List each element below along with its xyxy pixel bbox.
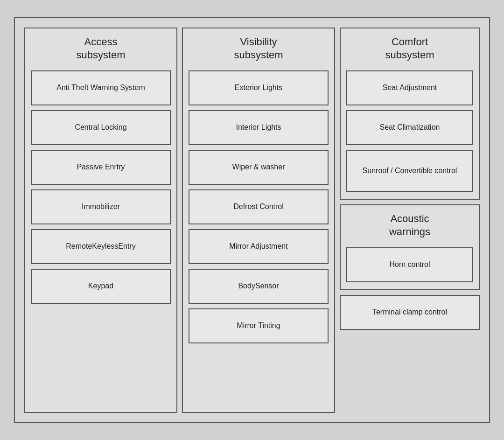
list-item: Passive Enrtry (31, 150, 171, 185)
list-item: RemoteKeylessEntry (31, 229, 171, 264)
list-item: Defrost Control (189, 189, 329, 224)
acoustic-section: Acoustic warnings Horn control (340, 204, 480, 290)
list-item: Immobilizer (31, 189, 171, 224)
list-item: BodySensor (189, 269, 329, 304)
list-item: Horn control (346, 247, 473, 282)
visibility-column: Visibility subsystem Exterior Lights Int… (182, 28, 335, 413)
comfort-section: Comfort subsystem Seat Adjustment Seat C… (340, 28, 480, 200)
sunroof-box: Sunroof / Convertible control (346, 150, 473, 192)
terminal-box: Terminal clamp control (340, 295, 480, 330)
right-column: Comfort subsystem Seat Adjustment Seat C… (340, 28, 480, 413)
comfort-title: Comfort subsystem (385, 35, 434, 62)
access-title: Access subsystem (76, 35, 125, 62)
list-item: Seat Adjustment (346, 70, 473, 105)
visibility-title: Visibility subsystem (234, 35, 283, 62)
list-item: Mirror Tinting (189, 308, 329, 343)
list-item: Anti Theft Warning System (31, 70, 171, 105)
list-item: Mirror Adjustment (189, 229, 329, 264)
list-item: Seat Climatization (346, 110, 473, 145)
list-item: Central Locking (31, 110, 171, 145)
list-item: Interior Lights (189, 110, 329, 145)
access-column: Access subsystem Anti Theft Warning Syst… (24, 28, 177, 413)
list-item: Wiper & washer (189, 150, 329, 185)
acoustic-title: Acoustic warnings (389, 212, 430, 239)
list-item: Keypad (31, 269, 171, 304)
main-container: Access subsystem Anti Theft Warning Syst… (14, 17, 490, 423)
list-item: Exterior Lights (189, 70, 329, 105)
